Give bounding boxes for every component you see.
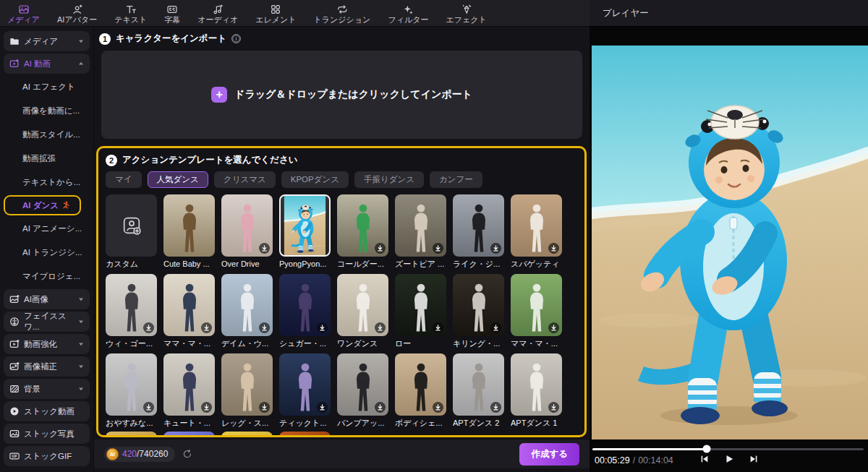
template-card-oyasumi[interactable]: おやすみな... [106,353,157,428]
template-card-pyongpyon[interactable]: PyongPyon... [279,194,331,269]
template-card-low[interactable]: ロー [395,274,446,348]
sidebar-item-ai-transition[interactable]: AI トランジシ... [4,241,90,263]
download-icon[interactable] [490,322,501,333]
template-thumb-spaghetti[interactable] [511,194,562,257]
template-card-cute-baby[interactable]: Cute Baby ... [163,194,215,269]
template-thumb-mama-ma-2[interactable] [511,274,562,336]
tab-my[interactable]: マイ [106,171,142,188]
sidebar-item-video-extend[interactable]: 動画拡張 [4,147,90,169]
credits-pill[interactable]: AI 420/740260 [104,447,175,462]
template-card-mama-ma-1[interactable]: ママ・マ・... [163,274,215,348]
sidebar-item-ai-dance[interactable]: AI ダンス [4,195,81,215]
download-icon[interactable] [317,322,328,333]
sidebar-item-face-swap[interactable]: フェイススワ... [4,312,90,332]
template-card-spaghetti[interactable]: スパゲッティ [511,194,562,269]
toolbar-item-effect[interactable]: エフェクト [446,4,486,24]
sidebar-item-ai-animation[interactable]: AI アニメーシ... [4,218,90,239]
download-icon[interactable] [201,322,212,333]
template-thumb-colder[interactable] [337,194,388,257]
toolbar-item-caption[interactable]: 字幕 [164,4,180,24]
toolbar-item-text[interactable]: テキスト [114,4,147,24]
toolbar-item-element[interactable]: エレメント [255,4,296,24]
download-icon[interactable] [490,243,501,254]
template-thumb-oyasumi[interactable] [106,353,157,416]
sidebar-item-video-style[interactable]: 動画スタイル... [4,124,90,145]
template-card-pump-up[interactable]: パンプアッ... [337,353,388,428]
template-card-leg-s[interactable]: レッグ・ス... [221,353,273,428]
download-icon[interactable] [433,322,443,333]
template-thumb-low[interactable] [395,274,446,336]
template-card-one-dance[interactable]: ワンダンス [337,274,388,348]
character-import-dropzone[interactable]: + ドラッグ＆ドロップまたはクリックしてインポート [101,51,582,139]
template-card-mama-ma-2[interactable]: ママ・マ・... [511,274,562,348]
template-thumb-apt-dance-1[interactable] [511,353,562,416]
sidebar-item-image-to-video[interactable]: 画像を動画に... [4,100,90,121]
download-icon[interactable] [490,402,501,413]
template-card-over-drive[interactable]: Over Drive [221,194,273,269]
template-card-apt-dance-2[interactable]: APTダンス 2 [453,353,504,428]
tab-kpop-dance[interactable]: KPOPダンス [281,171,349,188]
download-icon[interactable] [201,402,212,413]
download-icon[interactable] [548,322,559,333]
download-icon[interactable] [317,402,328,413]
template-card-apt-dance-1[interactable]: APTダンス 1 [511,353,562,428]
toolbar-item-ai-avatar[interactable]: AIアバター [57,4,97,24]
download-icon[interactable] [259,243,270,254]
create-button[interactable]: 作成する [519,443,579,465]
template-thumb-partial-4[interactable] [279,432,331,437]
template-card-custom[interactable]: カスタム [106,194,157,269]
download-icon[interactable] [375,322,386,333]
previous-frame-button[interactable] [699,454,710,464]
template-thumb-cute-baby[interactable] [163,194,215,257]
sidebar-item-media[interactable]: メディア [4,31,90,51]
tab-popular-dance[interactable]: 人気ダンス [148,171,208,188]
template-card-cute[interactable]: キュート・... [163,353,215,428]
download-icon[interactable] [375,402,386,413]
info-icon[interactable] [231,34,241,43]
refresh-icon[interactable] [182,449,192,459]
sidebar-item-ai-image[interactable]: AI画像 [4,289,90,309]
template-card-dame-u[interactable]: デイム・ウ... [221,274,273,348]
download-icon[interactable] [548,402,559,413]
playback-slider[interactable] [592,444,864,454]
toolbar-item-filter[interactable]: フィルター [388,4,428,24]
template-thumb-sugar[interactable] [279,274,331,336]
template-card-sugar[interactable]: シュガー・... [279,274,331,348]
sidebar-item-stock-gif[interactable]: ストックGIF [4,446,90,466]
sidebar-item-stock-photo[interactable]: ストック写真 [4,424,90,444]
template-thumb-partial-2[interactable] [163,432,215,437]
play-button[interactable] [724,454,734,464]
sidebar-item-ai-effect[interactable]: AI エフェクト [4,76,90,98]
template-thumb-apt-dance-2[interactable] [453,353,504,416]
sidebar-item-ai-video[interactable]: AI 動画 [4,53,90,74]
template-thumb-mama-ma-1[interactable] [163,274,215,336]
template-thumb-partial-1[interactable] [106,432,157,437]
video-preview[interactable] [592,46,868,439]
download-icon[interactable] [375,243,386,254]
template-thumb-over-drive[interactable] [221,194,273,257]
template-thumb-zootopia[interactable] [395,194,446,257]
template-card-zootopia[interactable]: ズートピア ... [395,194,446,269]
download-icon[interactable] [143,402,154,413]
template-card-colder[interactable]: コールダー... [337,194,388,269]
template-thumb-dame-u[interactable] [221,274,273,336]
template-thumb-pyongpyon[interactable] [279,194,331,257]
sidebar-item-video-enhance[interactable]: 動画強化 [4,334,90,354]
template-card-tiktok[interactable]: ティックト... [279,353,331,428]
sidebar-item-background[interactable]: 背景 [4,379,90,399]
template-card-killing[interactable]: キリング・... [453,274,504,348]
toolbar-item-media[interactable]: メディア [7,4,40,24]
sidebar-item-text-to-video[interactable]: テキストから... [4,171,90,193]
template-thumb-partial-3[interactable] [221,432,273,437]
template-thumb-tiktok[interactable] [279,353,331,416]
slider-track[interactable] [592,448,864,450]
sidebar-item-stock-video[interactable]: ストック動画 [4,401,90,421]
template-thumb-pump-up[interactable] [337,353,388,416]
sidebar-item-my-project[interactable]: マイプロジェ... [4,265,90,287]
template-card-like-j[interactable]: ライク・ジ... [453,194,504,269]
tab-christmas[interactable]: クリスマス [214,171,276,188]
tab-kungfu[interactable]: カンフー [430,171,482,188]
download-icon[interactable] [433,243,443,254]
template-thumb-cute[interactable] [163,353,215,416]
tab-hand-dance[interactable]: 手振りダンス [354,171,424,188]
